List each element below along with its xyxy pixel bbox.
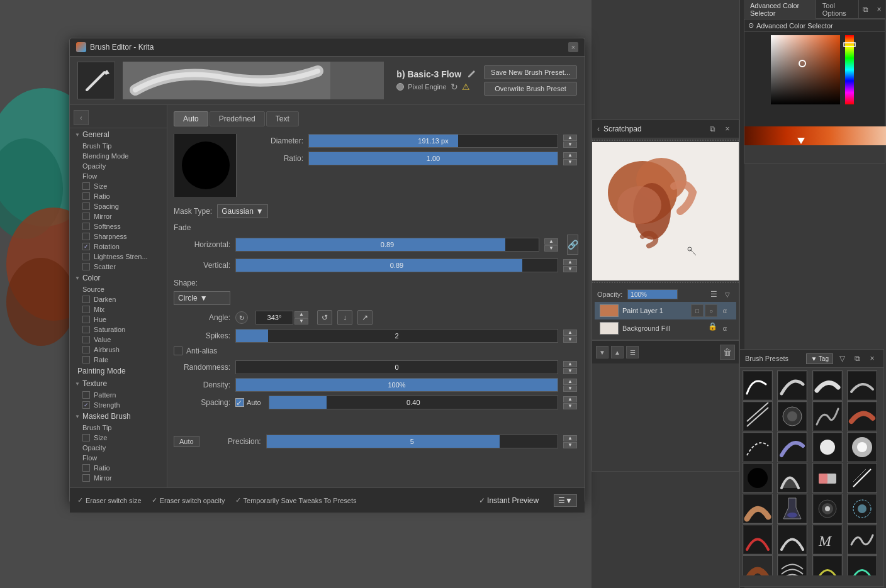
preset-thumb-6[interactable] xyxy=(777,401,807,431)
preset-thumb-2[interactable] xyxy=(777,370,807,401)
sidebar-item-value[interactable]: Value xyxy=(70,335,167,345)
ratio-slider[interactable]: 1.00 xyxy=(308,152,558,165)
sidebar-item-ratio[interactable]: Ratio xyxy=(70,191,167,201)
preset-thumb-20[interactable] xyxy=(847,494,877,524)
preset-thumb-27[interactable] xyxy=(812,555,843,575)
sidebar-collapse-button[interactable]: ‹ xyxy=(74,110,89,125)
panel-close-icon[interactable]: × xyxy=(873,3,885,16)
softness-checkbox[interactable] xyxy=(82,223,90,230)
angle-up-button[interactable]: ▲ xyxy=(294,311,308,318)
horizontal-slider[interactable]: 0.89 xyxy=(235,238,539,252)
scatter-checkbox[interactable] xyxy=(82,263,90,270)
layer-filter-icon[interactable]: ▽ xyxy=(721,288,734,301)
scratchpad-canvas[interactable] xyxy=(592,142,739,280)
layer-add-down-icon[interactable]: ▼ xyxy=(596,346,608,358)
preset-thumb-5[interactable] xyxy=(743,401,773,431)
mb-ratio-checkbox[interactable] xyxy=(82,464,90,472)
layer-properties-icon[interactable]: ☰ xyxy=(626,346,639,358)
tab-auto[interactable]: Auto xyxy=(174,111,208,126)
mask-type-dropdown[interactable]: Gaussian ▼ xyxy=(217,204,268,218)
sidebar-item-brush-tip[interactable]: Brush Tip xyxy=(70,141,167,151)
randomness-down-button[interactable]: ▼ xyxy=(563,368,577,374)
sidebar-item-mb-brush-tip[interactable]: Brush Tip xyxy=(70,423,167,433)
spikes-slider[interactable]: 2 xyxy=(235,329,558,343)
vertical-slider[interactable]: 0.89 xyxy=(235,258,558,272)
mix-checkbox[interactable] xyxy=(82,306,90,313)
preset-thumb-7[interactable] xyxy=(812,401,843,431)
sidebar-item-lightness[interactable]: Lightness Stren... xyxy=(70,252,167,262)
sidebar-item-scatter[interactable]: Scatter xyxy=(70,262,167,272)
angle-icon2[interactable]: ↓ xyxy=(337,310,352,325)
spacing-checkbox[interactable] xyxy=(82,202,90,210)
preset-thumb-18[interactable] xyxy=(777,494,807,524)
spacing-down-button[interactable]: ▼ xyxy=(563,403,577,409)
color-gradient-bar[interactable] xyxy=(744,126,885,145)
precision-down-button[interactable]: ▼ xyxy=(563,442,577,448)
preset-thumb-11[interactable] xyxy=(812,432,843,462)
sidebar-item-mb-opacity[interactable]: Opacity xyxy=(70,443,167,453)
sidebar-item-saturation[interactable]: Saturation xyxy=(70,325,167,335)
diameter-slider[interactable]: 191.13 px xyxy=(308,134,558,148)
fade-lock-icon[interactable]: 🔗 xyxy=(567,235,578,255)
preset-thumb-3[interactable] xyxy=(812,370,843,401)
close-button[interactable]: × xyxy=(568,42,578,52)
tab-text[interactable]: Text xyxy=(266,111,299,126)
sidebar-item-spacing[interactable]: Spacing xyxy=(70,201,167,211)
ratio-up-button[interactable]: ▲ xyxy=(563,152,577,158)
sidebar-item-softness[interactable]: Softness xyxy=(70,221,167,231)
sidebar-item-source[interactable]: Source xyxy=(70,284,167,294)
preset-thumb-10[interactable] xyxy=(777,432,807,462)
sidebar-item-mix[interactable]: Mix xyxy=(70,304,167,314)
sidebar-item-mb-flow[interactable]: Flow xyxy=(70,453,167,463)
sidebar-item-blending-mode[interactable]: Blending Mode xyxy=(70,151,167,161)
preset-thumb-14[interactable] xyxy=(777,463,807,493)
strength-checkbox[interactable]: ✓ xyxy=(82,401,90,409)
preset-thumb-16[interactable] xyxy=(847,463,877,493)
layer-menu-icon[interactable]: ☰ xyxy=(707,288,720,301)
density-down-button[interactable]: ▼ xyxy=(563,386,577,392)
sidebar-item-rotation[interactable]: ✓ Rotation xyxy=(70,241,167,252)
sidebar-item-mirror[interactable]: Mirror xyxy=(70,211,167,221)
preset-thumb-21[interactable] xyxy=(743,524,773,555)
scratchpad-restore-icon[interactable]: ⧉ xyxy=(706,123,719,135)
sidebar-item-pattern[interactable]: Pattern xyxy=(70,390,167,400)
preset-thumb-24[interactable] xyxy=(847,524,877,555)
sidebar-section-general[interactable]: ▼ General xyxy=(70,128,167,141)
sidebar-item-mb-size[interactable]: Size xyxy=(70,433,167,443)
airbrush-checkbox[interactable] xyxy=(82,346,90,353)
angle-icon1[interactable]: ↺ xyxy=(317,310,332,325)
spacing-up-button[interactable]: ▲ xyxy=(563,396,577,402)
layer-paint-ctrl1[interactable]: □ xyxy=(691,304,704,317)
sidebar-item-darken[interactable]: Darken xyxy=(70,294,167,304)
layer-opacity-slider[interactable]: 100% xyxy=(627,289,678,299)
sidebar-item-flow[interactable]: Flow xyxy=(70,171,167,181)
vertical-up-button[interactable]: ▲ xyxy=(563,259,577,265)
sidebar-item-sharpness[interactable]: Sharpness xyxy=(70,231,167,241)
preset-thumb-17[interactable] xyxy=(743,494,773,524)
layer-bg-fill[interactable]: Background Fill 🔒 α xyxy=(595,319,736,337)
refresh-icon[interactable]: ↻ xyxy=(451,82,458,92)
diameter-down-button[interactable]: ▼ xyxy=(563,141,577,148)
sidebar-item-size[interactable]: Size xyxy=(70,181,167,191)
horizontal-down-button[interactable]: ▼ xyxy=(544,245,558,252)
preset-thumb-28[interactable] xyxy=(847,555,877,575)
preset-thumb-23[interactable]: M xyxy=(812,524,843,555)
edit-brush-name-icon[interactable] xyxy=(466,69,476,79)
sidebar-item-strength[interactable]: ✓ Strength xyxy=(70,400,167,410)
ratio-checkbox[interactable] xyxy=(82,192,90,200)
angle-icon3[interactable]: ↗ xyxy=(357,310,373,325)
angle-value-box[interactable]: 343° xyxy=(255,311,293,325)
preset-thumb-4[interactable] xyxy=(847,370,877,401)
preset-thumb-1[interactable] xyxy=(743,370,773,401)
preset-thumb-25[interactable] xyxy=(743,555,773,575)
sidebar-item-opacity[interactable]: Opacity xyxy=(70,161,167,171)
tag-button[interactable]: ▼ Tag xyxy=(806,353,833,364)
layer-delete-icon[interactable]: 🗑 xyxy=(720,345,735,360)
preset-thumb-9[interactable] xyxy=(743,432,773,462)
sidebar-section-texture[interactable]: ▼ Texture xyxy=(70,377,167,390)
scratchpad-close-icon[interactable]: × xyxy=(721,123,734,135)
spikes-down-button[interactable]: ▼ xyxy=(563,336,577,343)
randomness-up-button[interactable]: ▲ xyxy=(563,361,577,367)
presets-restore-icon[interactable]: ⧉ xyxy=(851,352,863,365)
preset-thumb-15[interactable] xyxy=(812,463,843,493)
